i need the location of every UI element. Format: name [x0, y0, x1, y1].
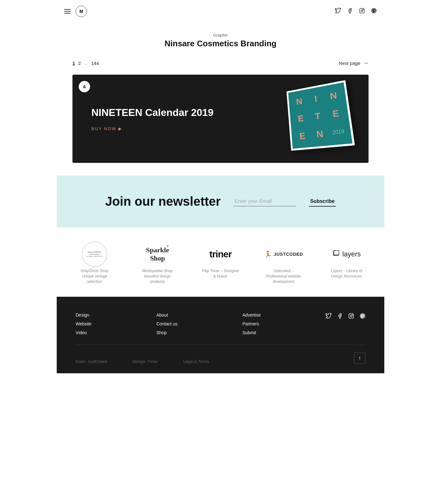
- svg-point-6: [350, 315, 352, 317]
- footer-col-2: About Contact us Shop: [156, 312, 177, 335]
- pagination-numbers: 1 2 ... 144: [72, 60, 99, 66]
- header: M: [57, 0, 384, 23]
- footer-links: Design Website Video About Contact us Sh…: [76, 312, 365, 335]
- partner-onlyonce: ONLY/ONCE unique selection Only/Once Sho…: [66, 243, 123, 284]
- page-category: Graphic: [57, 33, 384, 37]
- twitter-icon[interactable]: [335, 8, 341, 15]
- partner-layers: layers Layers – Library of Design Resour…: [318, 243, 375, 279]
- footer-link-video[interactable]: Video: [76, 330, 91, 335]
- footer-link-about[interactable]: About: [156, 312, 177, 318]
- onlyonce-desc: Only/Once Shop Unique vintage selection: [76, 268, 113, 284]
- page-2[interactable]: 2: [78, 60, 81, 66]
- page-title: Ninsare Cosmetics Branding: [57, 39, 384, 49]
- facebook-icon[interactable]: [347, 8, 353, 15]
- onlyonce-logo: ONLY/ONCE unique selection: [82, 243, 107, 265]
- banner-text: NINETEEN Calendar 2019 BUY NOW ▶: [72, 94, 232, 143]
- newsletter-title: Join our newsletter: [105, 194, 221, 209]
- svg-rect-5: [349, 314, 354, 318]
- banner: & NINETEEN Calendar 2019 BUY NOW ▶ N I N…: [72, 75, 369, 163]
- svg-point-1: [361, 10, 363, 12]
- newsletter-section: Join our newsletter Subscribe: [57, 175, 384, 227]
- footer-link-shop[interactable]: Shop: [156, 330, 177, 335]
- banner-title: NINETEEN Calendar 2019: [91, 106, 214, 118]
- layers-logo: layers: [332, 243, 361, 265]
- banner-cta[interactable]: BUY NOW ▶: [91, 126, 214, 131]
- hamburger-menu[interactable]: [64, 9, 71, 14]
- instagram-icon[interactable]: [359, 8, 365, 15]
- footer-col-3: Advertise Partners Submit: [243, 312, 261, 335]
- partner-sparkle: SparkleShop Mindsparkle Shop beautiful d…: [129, 243, 186, 284]
- page-1[interactable]: 1: [72, 60, 75, 66]
- footer-link-website[interactable]: Website: [76, 321, 91, 326]
- triner-logo: triner: [209, 243, 232, 265]
- footer-link-contact[interactable]: Contact us: [156, 321, 177, 326]
- layers-desc: Layers – Library of Design Resources: [328, 268, 365, 279]
- banner-badge: &: [79, 81, 90, 92]
- footer-link-partners[interactable]: Partners: [243, 321, 261, 326]
- footer-social-icons: [326, 312, 365, 335]
- svg-point-2: [363, 9, 364, 10]
- footer-instagram-icon[interactable]: [348, 313, 354, 320]
- banner-visual: N I N E T E E N 2019: [282, 80, 360, 158]
- back-to-top-button[interactable]: ↑: [354, 352, 365, 364]
- svg-point-7: [352, 315, 353, 315]
- footer-link-submit[interactable]: Submit: [243, 330, 261, 335]
- page-144[interactable]: 144: [91, 60, 99, 66]
- footer-legal[interactable]: Legal & Terms: [183, 359, 209, 364]
- footer-facebook-icon[interactable]: [337, 313, 343, 320]
- justcoded-text: JUSTCODED: [274, 252, 303, 257]
- svg-rect-4: [334, 250, 339, 255]
- justcoded-desc: Justcoded – Professional website develop…: [265, 268, 302, 284]
- page-dots: ...: [84, 60, 88, 66]
- footer-col-1: Design Website Video: [76, 312, 91, 335]
- justcoded-icon: 🏃: [264, 250, 272, 258]
- pinterest-icon[interactable]: [371, 8, 377, 15]
- pagination: 1 2 ... 144 Next page →: [57, 55, 384, 72]
- partner-justcoded: 🏃 JUSTCODED Justcoded – Professional web…: [255, 243, 312, 284]
- footer-pinterest-icon[interactable]: [360, 313, 365, 320]
- footer-twitter-icon[interactable]: [326, 313, 331, 320]
- svg-rect-0: [360, 8, 364, 13]
- partners-section: ONLY/ONCE unique selection Only/Once Sho…: [57, 227, 384, 297]
- subscribe-button[interactable]: Subscribe: [309, 197, 336, 207]
- footer-bottom: Code: JustCoded Design: Triner Legal & T…: [76, 345, 365, 364]
- justcoded-logo: 🏃 JUSTCODED: [264, 243, 303, 265]
- footer-link-design[interactable]: Design: [76, 312, 91, 318]
- layers-icon: [332, 249, 340, 259]
- logo[interactable]: M: [76, 6, 87, 17]
- footer-design-credit: Design: Triner: [132, 359, 158, 364]
- footer-code-credit: Code: JustCoded: [76, 359, 107, 364]
- sparkle-logo: SparkleShop: [146, 243, 169, 265]
- layers-text: layers: [342, 250, 361, 258]
- triner-desc: Filip Triner – Designer & Maker: [202, 268, 239, 279]
- footer-link-advertise[interactable]: Advertise: [243, 312, 261, 318]
- header-left: M: [64, 6, 87, 17]
- page-title-section: Graphic Ninsare Cosmetics Branding: [57, 23, 384, 55]
- partner-triner: triner Filip Triner – Designer & Maker: [192, 243, 249, 279]
- email-input[interactable]: [233, 197, 296, 206]
- calendar-card: N I N E T E E N 2019: [286, 80, 355, 151]
- footer-meta: Code: JustCoded Design: Triner Legal & T…: [76, 359, 209, 364]
- next-arrow-icon: →: [363, 60, 369, 66]
- footer: Design Website Video About Contact us Sh…: [57, 297, 384, 373]
- next-page-button[interactable]: Next page →: [339, 60, 369, 66]
- header-social-icons: [335, 8, 377, 15]
- sparkle-desc: Mindsparkle Shop beautiful design produc…: [139, 268, 176, 284]
